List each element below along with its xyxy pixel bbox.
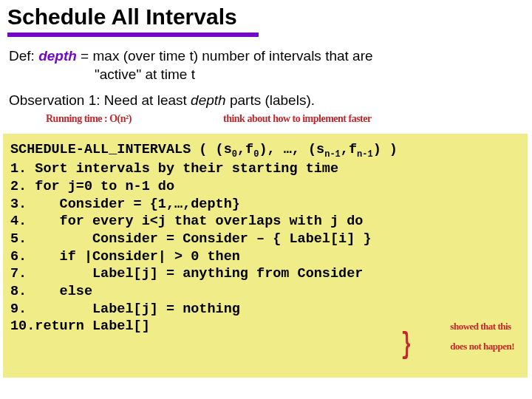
code-line-9: 9. Label[j] = nothing [10, 301, 240, 317]
def-rest2: "active" at time t [95, 66, 195, 82]
code-line-5: 5. Consider = Consider – { Label[i] } [10, 231, 371, 247]
side-note-line2: does not happen! [450, 341, 514, 352]
side-note-line1: showed that this [450, 321, 511, 332]
def-rest1: = max (over time t) number of intervals … [77, 48, 373, 64]
code-line-10: 10.return Label[] [10, 318, 150, 334]
code-line-3: 3. Consider = {1,…,depth} [10, 197, 240, 212]
obs-suffix: parts (labels). [226, 92, 315, 108]
code-sub-0a: 0 [232, 149, 237, 160]
obs-depth-word: depth [191, 92, 226, 108]
handwritten-running-time: Running time : O(n²) [46, 113, 132, 125]
side-note: showed that this does not happen! [442, 311, 514, 361]
title-underline [7, 33, 259, 37]
obs-prefix: Observation 1: Need at least [9, 92, 191, 108]
handwritten-row: Running time : O(n²) think about how to … [9, 110, 523, 131]
def-depth-word: depth [38, 48, 77, 64]
observation-block: Observation 1: Need at least depth parts… [0, 86, 532, 110]
handwritten-hint: think about how to implement faster [223, 113, 372, 125]
code-line-8: 8. else [10, 284, 92, 299]
code-line-2: 2. for j=0 to n-1 do [10, 179, 174, 194]
code-line-6: 6. if |Consider| > 0 then [10, 249, 240, 265]
code-line-1: 1. Sort intervals by their starting time [10, 161, 338, 177]
code-header-d: ,f [341, 142, 357, 157]
side-brace: } [401, 327, 412, 364]
code-line-7: 7. Label[j] = anything from Consider [10, 266, 363, 282]
code-sub-n1a: n-1 [324, 149, 341, 160]
code-header-c: ), …, (s [259, 142, 324, 157]
code-header-e: ) ) [373, 142, 398, 157]
def-prefix: Def: [9, 48, 38, 64]
definition-block: Def: depth = max (over time t) number of… [0, 44, 532, 86]
code-line-4: 4. for every i<j that overlaps with j do [10, 214, 363, 229]
pseudocode-box: SCHEDULE-ALL_INTERVALS ( (s0,f0), …, (sn… [3, 134, 528, 378]
code-header-b: ,f [237, 142, 253, 157]
code-header-a: SCHEDULE-ALL_INTERVALS ( (s [10, 142, 232, 157]
page-title: Schedule All Intervals [0, 0, 532, 33]
code-sub-n1b: n-1 [357, 149, 373, 160]
